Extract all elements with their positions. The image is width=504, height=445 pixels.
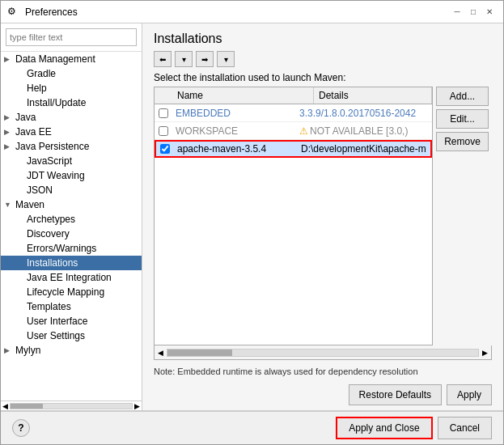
bottom-buttons: Restore Defaults Apply bbox=[142, 379, 503, 410]
sidebar-item-install-update[interactable]: Install/Update bbox=[1, 95, 142, 110]
nav-dropdown-button[interactable]: ▾ bbox=[175, 51, 193, 67]
sidebar-item-java-ee-integration[interactable]: Java EE Integration bbox=[1, 270, 142, 285]
sidebar-item-user-settings[interactable]: User Settings bbox=[1, 328, 142, 343]
sidebar-scrollbar: ◀ ▶ bbox=[1, 400, 142, 410]
edit-button[interactable]: Edit... bbox=[436, 109, 489, 129]
main-content: ▶ Data Management Gradle Help Install/Up… bbox=[1, 23, 503, 410]
embedded-name: EMBEDDED bbox=[172, 106, 296, 121]
apply-and-close-button[interactable]: Apply and Close bbox=[336, 417, 432, 439]
maven-checkbox[interactable] bbox=[160, 144, 170, 154]
embedded-checkbox[interactable] bbox=[159, 108, 168, 118]
apply-button[interactable]: Apply bbox=[447, 384, 492, 405]
titlebar-controls: ─ □ ✕ bbox=[450, 5, 497, 19]
filter-input[interactable] bbox=[6, 28, 137, 46]
sidebar-item-jdt-weaving[interactable]: JDT Weaving bbox=[1, 168, 142, 183]
maven-details: D:\developmentKit\apache-m bbox=[298, 142, 430, 156]
installations-table: Name Details EMBEDDED 3.3.9/1.8.0.201705… bbox=[154, 87, 433, 345]
action-buttons: Add... Edit... Remove bbox=[433, 87, 492, 345]
sidebar-scroll-right[interactable]: ▶ bbox=[133, 402, 142, 410]
titlebar: ⚙ Preferences ─ □ ✕ bbox=[1, 1, 503, 23]
preferences-window: ⚙ Preferences ─ □ ✕ ▶ Data Management Gr… bbox=[0, 0, 504, 445]
close-button[interactable]: ✕ bbox=[482, 5, 497, 19]
expand-arrow: ▶ bbox=[4, 346, 15, 354]
sidebar-item-json[interactable]: JSON bbox=[1, 183, 142, 197]
panel-title: Installations bbox=[154, 32, 222, 45]
table-and-actions: Name Details EMBEDDED 3.3.9/1.8.0.201705… bbox=[154, 87, 492, 345]
right-panel: Installations ⬅ ▾ ➡ ▾ Select the install… bbox=[142, 23, 503, 410]
remove-button[interactable]: Remove bbox=[436, 132, 489, 151]
sidebar-item-maven[interactable]: ▼ Maven bbox=[1, 197, 142, 212]
nav-forward-dropdown-button[interactable]: ▾ bbox=[217, 51, 235, 67]
name-col-header: Name bbox=[172, 87, 314, 104]
collapse-arrow: ▼ bbox=[4, 201, 15, 209]
scroll-track bbox=[167, 349, 479, 357]
sidebar-item-java-ee[interactable]: ▶ Java EE bbox=[1, 125, 142, 139]
expand-arrow: ▶ bbox=[4, 128, 15, 136]
sidebar-item-java[interactable]: ▶ Java bbox=[1, 110, 142, 125]
table-section: Name Details EMBEDDED 3.3.9/1.8.0.201705… bbox=[154, 87, 492, 360]
table-header: Name Details bbox=[155, 87, 432, 104]
footer-left: ? bbox=[12, 419, 30, 437]
sidebar-item-java-persistence[interactable]: ▶ Java Persistence bbox=[1, 139, 142, 154]
sidebar-item-lifecycle-mapping[interactable]: Lifecycle Mapping bbox=[1, 285, 142, 299]
panel-subtitle: Select the installation used to launch M… bbox=[142, 72, 503, 87]
sidebar: ▶ Data Management Gradle Help Install/Up… bbox=[1, 23, 142, 410]
sidebar-item-errors-warnings[interactable]: Errors/Warnings bbox=[1, 241, 142, 256]
panel-toolbar: ⬅ ▾ ➡ ▾ bbox=[142, 51, 503, 72]
sidebar-tree: ▶ Data Management Gradle Help Install/Up… bbox=[1, 52, 142, 400]
scroll-left-arrow[interactable]: ◀ bbox=[158, 349, 163, 357]
panel-header: Installations bbox=[142, 23, 503, 51]
minimize-button[interactable]: ─ bbox=[450, 5, 464, 19]
scroll-right-arrow[interactable]: ▶ bbox=[482, 349, 488, 357]
nav-back-button[interactable]: ⬅ bbox=[154, 51, 172, 67]
scroll-thumb[interactable] bbox=[167, 350, 232, 356]
table-scrollbar: ◀ ▶ bbox=[154, 345, 492, 360]
table-body: EMBEDDED 3.3.9/1.8.0.20170516-2042 WORKS… bbox=[155, 104, 432, 345]
table-row[interactable]: apache-maven-3.5.4 D:\developmentKit\apa… bbox=[155, 140, 432, 158]
cancel-button[interactable]: Cancel bbox=[438, 417, 492, 439]
restore-defaults-button[interactable]: Restore Defaults bbox=[349, 384, 442, 405]
sidebar-item-gradle[interactable]: Gradle bbox=[1, 66, 142, 81]
help-button[interactable]: ? bbox=[12, 419, 30, 437]
sidebar-item-installations[interactable]: Installations bbox=[1, 256, 142, 270]
row-checkbox-area[interactable] bbox=[156, 144, 174, 154]
row-checkbox-area[interactable] bbox=[155, 126, 172, 136]
sidebar-scroll-left[interactable]: ◀ bbox=[1, 402, 10, 410]
sidebar-scroll-thumb[interactable] bbox=[11, 404, 43, 409]
nav-forward-button[interactable]: ➡ bbox=[196, 51, 214, 67]
sidebar-item-user-interface[interactable]: User Interface bbox=[1, 314, 142, 328]
maximize-button[interactable]: □ bbox=[466, 5, 481, 19]
details-col-header: Details bbox=[314, 87, 432, 104]
check-col-header bbox=[155, 87, 172, 104]
sidebar-filter-area bbox=[1, 23, 142, 52]
footer-right: Apply and Close Cancel bbox=[336, 417, 492, 439]
sidebar-item-help[interactable]: Help bbox=[1, 81, 142, 95]
table-row[interactable]: WORKSPACE ⚠NOT AVAILABLE [3.0,) bbox=[155, 122, 432, 140]
add-button[interactable]: Add... bbox=[436, 87, 489, 106]
workspace-details: ⚠NOT AVAILABLE [3.0,) bbox=[296, 124, 432, 138]
workspace-checkbox[interactable] bbox=[159, 126, 168, 136]
expand-arrow: ▶ bbox=[4, 113, 15, 121]
note-text: Note: Embedded runtime is always used fo… bbox=[142, 360, 503, 379]
sidebar-item-data-management[interactable]: ▶ Data Management bbox=[1, 52, 142, 66]
workspace-name: WORKSPACE bbox=[172, 124, 296, 138]
window-title: Preferences bbox=[25, 6, 450, 18]
sidebar-item-archetypes[interactable]: Archetypes bbox=[1, 212, 142, 227]
sidebar-item-javascript[interactable]: JavaScript bbox=[1, 154, 142, 168]
sidebar-scroll-track bbox=[10, 403, 133, 409]
sidebar-item-discovery[interactable]: Discovery bbox=[1, 227, 142, 241]
embedded-details: 3.3.9/1.8.0.20170516-2042 bbox=[296, 106, 432, 121]
expand-arrow: ▶ bbox=[4, 55, 15, 63]
sidebar-item-templates[interactable]: Templates bbox=[1, 299, 142, 314]
table-row[interactable]: EMBEDDED 3.3.9/1.8.0.20170516-2042 bbox=[155, 104, 432, 122]
maven-name: apache-maven-3.5.4 bbox=[174, 142, 298, 156]
row-checkbox-area[interactable] bbox=[155, 108, 172, 118]
footer: ? Apply and Close Cancel bbox=[1, 410, 503, 444]
window-icon: ⚙ bbox=[7, 6, 20, 19]
expand-arrow: ▶ bbox=[4, 142, 15, 150]
warning-icon: ⚠ bbox=[299, 125, 308, 137]
sidebar-item-mylyn[interactable]: ▶ Mylyn bbox=[1, 343, 142, 358]
